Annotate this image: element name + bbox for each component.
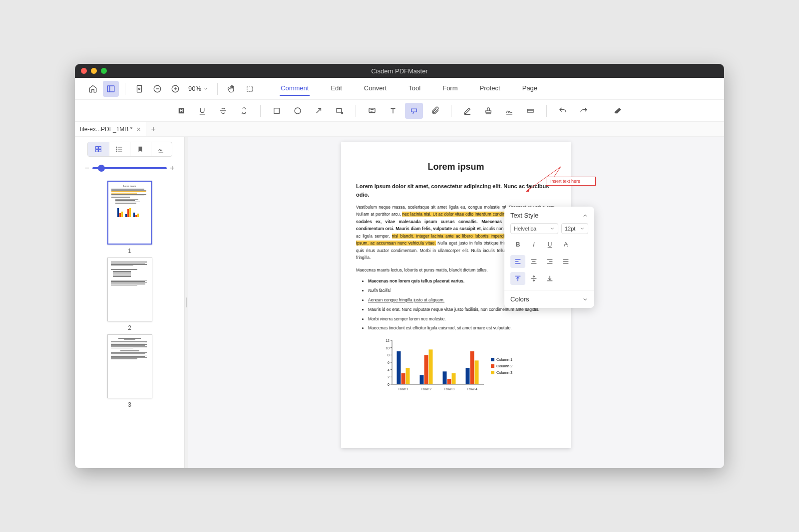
- chevron-down-icon: [582, 296, 588, 302]
- zoom-in-button[interactable]: [167, 81, 183, 97]
- fit-page-button[interactable]: [131, 81, 147, 97]
- select-tool-button[interactable]: [242, 81, 258, 97]
- thumbnail-item[interactable]: Lorem ipsum 1: [107, 181, 152, 255]
- zoom-out-button[interactable]: [149, 81, 165, 97]
- new-tab-button[interactable]: +: [146, 125, 161, 134]
- legend-item: Column 3: [491, 370, 512, 375]
- line-tool[interactable]: [331, 103, 349, 119]
- link-tool[interactable]: [521, 103, 539, 119]
- thumbnail-item[interactable]: 2: [107, 258, 152, 331]
- align-center-button[interactable]: [526, 255, 541, 268]
- tab-convert[interactable]: Convert: [363, 81, 388, 96]
- popover-title: Text Style: [510, 212, 538, 219]
- svg-rect-47: [127, 209, 129, 217]
- font-family-select[interactable]: Helvetica: [510, 223, 558, 234]
- italic-button[interactable]: I: [526, 238, 541, 251]
- underline-button[interactable]: U: [542, 238, 557, 251]
- note-tool[interactable]: [363, 103, 381, 119]
- bold-button[interactable]: B: [510, 238, 525, 251]
- rectangle-tool[interactable]: [268, 103, 286, 119]
- callout-tool[interactable]: [405, 103, 423, 119]
- tab-tool[interactable]: Tool: [407, 81, 421, 96]
- thumbnail-zoom-slider[interactable]: − +: [85, 164, 175, 173]
- colors-label: Colors: [510, 295, 529, 303]
- svg-point-40: [116, 149, 117, 149]
- tab-edit[interactable]: Edit: [330, 81, 343, 96]
- thumbnail-preview: [107, 258, 152, 321]
- valign-bottom-button[interactable]: [542, 272, 557, 285]
- arrow-tool[interactable]: [310, 103, 328, 119]
- document-tab[interactable]: file-ex...PDF_1MB * ×: [75, 122, 146, 136]
- attachment-tool[interactable]: [426, 103, 444, 119]
- document-canvas[interactable]: Insert text here Lorem ipsum Lorem ipsum…: [188, 137, 724, 468]
- text-style-header[interactable]: Text Style: [510, 212, 588, 219]
- svg-rect-43: [117, 208, 119, 217]
- callout-annotation[interactable]: Insert text here: [526, 167, 586, 198]
- hand-tool-button[interactable]: [224, 81, 240, 97]
- redo-button[interactable]: [575, 103, 593, 119]
- thumbnail-panel-toggle[interactable]: [103, 81, 119, 97]
- underline-tool[interactable]: [193, 103, 211, 119]
- eraser-tool[interactable]: [609, 103, 627, 119]
- titlebar: Cisdem PDFMaster: [75, 64, 724, 78]
- valign-top-button[interactable]: [510, 272, 525, 285]
- text-tool[interactable]: [384, 103, 402, 119]
- close-tab-button[interactable]: ×: [136, 125, 140, 133]
- tab-form[interactable]: Form: [441, 81, 458, 96]
- colors-header[interactable]: Colors: [510, 295, 588, 303]
- tab-protect[interactable]: Protect: [479, 81, 501, 96]
- close-window-button[interactable]: [81, 68, 87, 74]
- align-left-button[interactable]: [510, 255, 525, 268]
- align-justify-button[interactable]: [558, 255, 573, 268]
- list-item: Maecenas tincidunt est efficitur ligula …: [368, 325, 556, 331]
- svg-rect-80: [447, 379, 451, 384]
- list-item: Morbi viverra semper lorem nec molestie.: [368, 316, 556, 322]
- legend-item: Column 2: [491, 364, 512, 368]
- svg-rect-71: [397, 351, 401, 384]
- side-panel: − + Lorem ipsum 1: [75, 137, 185, 468]
- undo-button[interactable]: [554, 103, 572, 119]
- zoom-dropdown[interactable]: 90%: [185, 85, 211, 92]
- thumbnails-tab[interactable]: [88, 142, 109, 156]
- annotations-tab[interactable]: [151, 142, 172, 156]
- zoom-value: 90%: [188, 85, 201, 92]
- font-size-select[interactable]: 12pt: [561, 223, 588, 234]
- thumbnail-list: Lorem ipsum 1: [75, 178, 184, 468]
- bookmarks-tab[interactable]: [130, 142, 151, 156]
- strikethrough-tool[interactable]: [214, 103, 232, 119]
- highlight-annotation[interactable]: nec lacinia nisi. Ut ac dolor vitae odio…: [402, 212, 519, 217]
- svg-rect-79: [443, 372, 447, 385]
- svg-rect-46: [125, 214, 127, 217]
- circle-tool[interactable]: [289, 103, 307, 119]
- signature-tool[interactable]: [500, 103, 518, 119]
- highlight-tool[interactable]: H: [172, 103, 190, 119]
- primary-toolbar: 90% Comment Edit Convert Tool Form Prote…: [75, 78, 724, 100]
- svg-rect-33: [98, 147, 101, 149]
- squiggly-tool[interactable]: [235, 103, 253, 119]
- text-style-popover: Text Style Helvetica 12pt B I U A: [504, 207, 594, 308]
- svg-rect-84: [470, 351, 474, 384]
- document-tabs: file-ex...PDF_1MB * × +: [75, 122, 724, 137]
- svg-text:4: 4: [388, 368, 390, 372]
- outline-tab[interactable]: [109, 142, 130, 156]
- maximize-window-button[interactable]: [101, 68, 107, 74]
- svg-rect-9: [247, 86, 253, 91]
- align-right-button[interactable]: [542, 255, 557, 268]
- app-window: Cisdem PDFMaster 90% Comment Edit Conver…: [75, 64, 724, 468]
- svg-point-3: [139, 88, 140, 89]
- slider-handle[interactable]: [98, 165, 105, 172]
- valign-middle-button[interactable]: [526, 272, 541, 285]
- chart-legend: Column 1Column 2Column 3: [491, 338, 512, 393]
- stamp-tool[interactable]: [479, 103, 497, 119]
- svg-rect-81: [452, 373, 456, 384]
- strikethrough-button[interactable]: A: [558, 238, 573, 251]
- thumbnail-preview: Lorem ipsum: [107, 181, 152, 245]
- minimize-window-button[interactable]: [91, 68, 97, 74]
- home-button[interactable]: [85, 81, 101, 97]
- pencil-tool[interactable]: [458, 103, 476, 119]
- callout-textbox[interactable]: Insert text here: [546, 177, 596, 186]
- slider-track[interactable]: [92, 167, 167, 169]
- thumbnail-item[interactable]: 3: [107, 334, 152, 408]
- tab-comment[interactable]: Comment: [280, 81, 310, 96]
- tab-page[interactable]: Page: [521, 81, 538, 96]
